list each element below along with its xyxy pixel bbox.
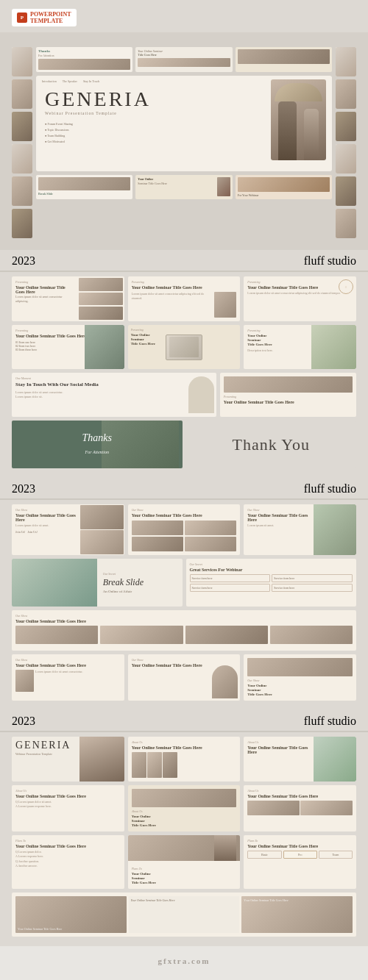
cat: Our Show bbox=[15, 508, 77, 512]
section-3-slides: GENERIA Webinar Presentation Template Ab… bbox=[0, 731, 368, 946]
slide-label-3: Your Online Seminar Title Goes Here bbox=[244, 898, 350, 902]
cat: About Us bbox=[247, 789, 353, 793]
s2-row-4: Our Show Your Online Seminar Title Goes … bbox=[12, 654, 356, 701]
s3-slide-7: Plans To Your Online Seminar Title Goes … bbox=[12, 835, 124, 889]
ppt-label: POWERPOINT TEMPLATE bbox=[30, 11, 71, 24]
break-title: Break Slide bbox=[103, 577, 177, 587]
text: Lorem ipsum sit amet. bbox=[247, 523, 311, 528]
slide-sub: For Attention bbox=[38, 54, 130, 57]
right-thumb-2 bbox=[336, 79, 356, 109]
left-thumb-6 bbox=[12, 209, 32, 238]
cat: Our Show bbox=[15, 658, 121, 662]
text: Lorem ipsum dolor sit amet consectetur a… bbox=[247, 291, 353, 296]
cat: Our Show bbox=[247, 508, 311, 512]
s2-wide-slide: Our Show Your Online Seminar Title Goes … bbox=[12, 610, 356, 651]
section-1-slides: Presenting Your Online Seminar Title Goe… bbox=[0, 271, 368, 478]
slide-2-2: Presenting Your OnlineSeminarTitle Goes … bbox=[128, 325, 241, 369]
row-2: Presenting Your Online Seminar Title Goe… bbox=[12, 325, 356, 369]
right-thumb-6 bbox=[336, 209, 356, 238]
heading: Your Online Seminar Title Goes Here bbox=[15, 844, 121, 848]
slide-head: Your Online bbox=[138, 177, 215, 181]
break-sub: An Online of Affair bbox=[103, 590, 177, 593]
s3-about-2: About Us Your Online Seminar Title Goes … bbox=[244, 737, 356, 782]
cat: Our Secret bbox=[103, 572, 177, 576]
s2-slide-9: Our Show Your OnlineSeminarTitle Goes He… bbox=[244, 654, 356, 701]
s2-slide-8: Our Show Your Online Seminar Title Goes … bbox=[128, 654, 241, 701]
cat: Presenting bbox=[224, 395, 353, 398]
row-4: ThanksFor Attention Thank You bbox=[12, 421, 356, 468]
cover-sub: Webinar Presentation Template bbox=[15, 752, 77, 756]
heading: Great Services For Webinar bbox=[190, 568, 353, 572]
s3-row-2: About Us Your Online Seminar Title Goes … bbox=[12, 785, 356, 831]
cat: Presenting bbox=[132, 280, 237, 284]
s3-slide-4: About Us Your Online Seminar Title Goes … bbox=[12, 785, 124, 831]
cat: About Us bbox=[15, 789, 121, 793]
heading: Your Online Seminar Title Goes Here bbox=[247, 285, 353, 290]
cat: Our Show bbox=[247, 679, 353, 682]
slide-2-1: Presenting Your Online Seminar Title Goe… bbox=[12, 325, 124, 369]
main-hero-slide: Introduction The Speaker Stay In Touch G… bbox=[36, 76, 332, 171]
heading: Your OnlineSeminarTitle Goes Here bbox=[247, 684, 353, 697]
heading: Your Online Seminar Title Goes Here bbox=[15, 513, 77, 522]
heading: Your Online Seminar Title Goes Here bbox=[132, 285, 237, 290]
section-2-slides: Our Show Your Online Seminar Title Goes … bbox=[0, 498, 368, 710]
service-1: Service item here bbox=[190, 574, 271, 582]
heading: Your Online Seminar Title Goes Here bbox=[15, 663, 121, 668]
hero-center: Thanks For Attention Your Online Seminar… bbox=[36, 47, 332, 199]
right-thumb-4 bbox=[336, 144, 356, 174]
circle-icon: ○ bbox=[344, 285, 347, 289]
left-thumb-4 bbox=[12, 144, 32, 174]
left-thumb-1 bbox=[12, 47, 32, 76]
plan-1: Basic bbox=[247, 851, 281, 859]
s3-slide-9: Plans To Your Online Seminar Title Goes … bbox=[244, 835, 356, 889]
cat: Plans To bbox=[132, 867, 237, 870]
right-thumb-3 bbox=[336, 112, 356, 141]
heading: Your OnlineSeminarTitle Goes Here bbox=[132, 815, 237, 828]
year-label-1: 2023 bbox=[12, 254, 35, 268]
cat: Presenting bbox=[247, 280, 353, 284]
app-badge-label: TEMPLATE bbox=[30, 18, 71, 24]
s2-row-3: Our Show Your Online Seminar Title Goes … bbox=[12, 610, 356, 651]
text: Q Lorem ipsum dolor sit amet.A Lorem ips… bbox=[15, 800, 121, 808]
cat: Presenting bbox=[15, 280, 71, 284]
powerpoint-badge: P POWERPOINT TEMPLATE bbox=[12, 9, 77, 26]
service-3: Service item here bbox=[190, 584, 271, 592]
year-label-3: 2023 bbox=[12, 715, 35, 728]
s3-slide-8: Plans To Your OnlineSeminarTitle Goes He… bbox=[128, 835, 241, 889]
s3-row-3: Plans To Your Online Seminar Title Goes … bbox=[12, 835, 356, 889]
slide-1-2: Presenting Your Online Seminar Title Goe… bbox=[128, 276, 241, 321]
cat: Our Show bbox=[15, 614, 353, 618]
cat: About Us bbox=[247, 740, 311, 744]
left-thumb-5 bbox=[12, 176, 32, 206]
heading: Your Online Seminar Title Goes Here bbox=[15, 794, 121, 798]
app-type-label: POWERPOINT bbox=[30, 11, 71, 18]
right-thumb-1 bbox=[336, 47, 356, 76]
slide-text: Thanks bbox=[38, 49, 130, 53]
cat: Presenting bbox=[131, 328, 155, 332]
thanks-slide: ThanksFor Attention bbox=[12, 421, 183, 468]
s3-slide-6: About Us Your Online Seminar Title Goes … bbox=[244, 785, 356, 831]
heading: Your OnlineSeminarTitle Goes Here bbox=[247, 334, 309, 347]
heading: Your Online Seminar Title Goes Here bbox=[15, 619, 353, 623]
slide-label-final: Your Online Seminar Title Goes Here bbox=[18, 927, 62, 931]
section-meta-2: 2023 fluff studio bbox=[0, 478, 368, 498]
row-1: Presenting Your Online Seminar Title Goe… bbox=[12, 276, 356, 321]
thank-you-card: Thank You bbox=[186, 421, 357, 468]
heading: Your Online Seminar Title Goes Here bbox=[132, 745, 237, 750]
slide-1-3: Presenting Your Online Seminar Title Goe… bbox=[244, 276, 356, 321]
left-thumb-2 bbox=[12, 79, 32, 109]
s3-last-slide: Your Online Seminar Title Goes Here Your… bbox=[12, 893, 356, 937]
s2-slide-1: Our Show Your Online Seminar Title Goes … bbox=[12, 504, 124, 555]
cat: About Us bbox=[132, 809, 237, 813]
heading: Your Online Seminar Title Goes Here bbox=[247, 844, 353, 848]
cat: One Moment bbox=[15, 376, 134, 380]
ppt-icon: P bbox=[17, 12, 27, 23]
slide-1-1: Presenting Your Online Seminar Title Goe… bbox=[12, 276, 124, 321]
s2-services-slide: Our Secret Great Services For Webinar Se… bbox=[186, 559, 357, 607]
heading: Stay In Touch With Our Social Media bbox=[15, 382, 134, 388]
slide-3-1: One Moment Stay In Touch With Our Social… bbox=[12, 373, 216, 417]
heading: Your Online Seminar Title Goes Here bbox=[132, 513, 237, 518]
hero-title: GENERIA bbox=[45, 89, 151, 110]
cat: About Us bbox=[132, 740, 237, 744]
top-slide-1: Thanks For Attention bbox=[36, 47, 132, 72]
